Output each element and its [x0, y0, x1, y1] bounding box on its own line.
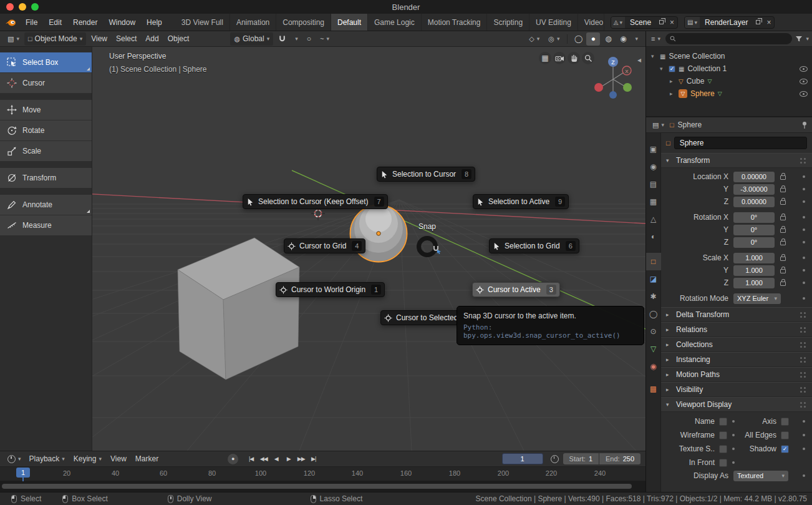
eye-icon[interactable]: [800, 91, 808, 97]
expand-icon[interactable]: ▾: [660, 66, 665, 72]
shadow-checkbox[interactable]: ✓: [781, 445, 789, 453]
in-front-checkbox[interactable]: [719, 459, 727, 467]
shading-material-button[interactable]: ◍: [601, 32, 615, 46]
animate-dot[interactable]: [803, 257, 805, 259]
tool-scale[interactable]: Scale: [0, 141, 92, 162]
gizmo-x-axis[interactable]: [594, 83, 603, 92]
timeline-editor-type-selector[interactable]: ▾: [4, 453, 25, 466]
panel-grip[interactable]: [800, 327, 802, 329]
tool-annotate[interactable]: Annotate: [0, 195, 92, 215]
tab-output[interactable]: ▤: [646, 175, 661, 193]
panel-visibility[interactable]: ▸ Visibility: [661, 382, 812, 397]
outliner-row-collection-1[interactable]: ▾ ✓ ▦ Collection 1: [646, 62, 812, 75]
menu-render[interactable]: Render: [67, 14, 103, 31]
panel-grip[interactable]: [800, 402, 802, 404]
proportional-falloff-dropdown[interactable]: ~ ▾: [316, 32, 333, 46]
menu-object[interactable]: Object: [164, 32, 193, 46]
lock-icon[interactable]: [780, 282, 786, 286]
gizmo-z-neg-axis[interactable]: [609, 91, 617, 99]
shading-wireframe-button[interactable]: ◯: [571, 32, 585, 46]
render-layer-copy-button[interactable]: [753, 17, 763, 28]
outliner-row-scene-collection[interactable]: ▾ ▦ Scene Collection: [646, 50, 812, 62]
animate-dot[interactable]: [803, 216, 805, 218]
3d-viewport[interactable]: User Perspective (1) Scene Collection | …: [0, 47, 645, 451]
blender-logo-icon[interactable]: [5, 18, 16, 27]
workspace-tab-scripting[interactable]: Scripting: [487, 14, 529, 31]
tab-render[interactable]: ◉: [646, 158, 661, 175]
panel-grip[interactable]: [800, 158, 802, 160]
animate-dot[interactable]: [732, 434, 735, 436]
gizmo-toggle-button[interactable]: ◇ ▾: [525, 32, 543, 46]
panel-grip[interactable]: [800, 372, 802, 374]
menu-timeline-view[interactable]: View: [106, 454, 131, 463]
jump-to-end-button[interactable]: ▶|: [308, 454, 319, 464]
workspace-tab-animation[interactable]: Animation: [230, 14, 276, 31]
animate-dot[interactable]: [803, 474, 805, 477]
scene-unlink-button[interactable]: ×: [667, 17, 677, 28]
value-field[interactable]: 1.000: [733, 265, 775, 276]
outliner-search-input[interactable]: [665, 33, 793, 44]
wireframe-checkbox[interactable]: [719, 431, 727, 439]
value-field[interactable]: 1.000: [733, 278, 775, 288]
animate-dot[interactable]: [803, 175, 805, 178]
lock-icon[interactable]: [780, 257, 786, 261]
play-button[interactable]: ▶: [283, 454, 294, 464]
tab-modifiers[interactable]: ◪: [646, 270, 661, 288]
animate-dot[interactable]: [732, 420, 735, 423]
workspace-tab-default[interactable]: Default: [331, 14, 368, 31]
playhead-badge[interactable]: 1: [16, 468, 30, 478]
menu-select[interactable]: Select: [112, 32, 140, 46]
pan-view-button[interactable]: [568, 52, 580, 64]
render-layer-name[interactable]: RenderLayer: [700, 18, 753, 27]
texture-space-checkbox[interactable]: [719, 445, 727, 453]
pie-item-selection-to-active[interactable]: Selection to Active 9: [473, 194, 569, 209]
rotation-mode-dropdown[interactable]: XYZ Euler ▾: [733, 293, 781, 304]
value-field[interactable]: 0°: [733, 237, 775, 248]
lock-icon[interactable]: [780, 188, 786, 192]
tab-particles[interactable]: ✱: [646, 288, 661, 305]
eye-icon[interactable]: [800, 66, 808, 72]
scene-copy-button[interactable]: [656, 17, 667, 28]
snap-toggle-button[interactable]: [274, 32, 290, 46]
frame-start-field[interactable]: Start: 1: [563, 453, 599, 464]
panel-instancing[interactable]: ▸ Instancing: [661, 352, 812, 367]
value-field[interactable]: 0.00000: [733, 172, 775, 182]
tab-active-tool[interactable]: ▣: [646, 140, 661, 158]
tab-texture[interactable]: ▩: [646, 380, 661, 398]
workspace-tab-motion-tracking[interactable]: Motion Tracking: [422, 14, 488, 31]
panel-grip[interactable]: [800, 387, 802, 389]
workspace-tab-compositing[interactable]: Compositing: [276, 14, 331, 31]
eye-icon[interactable]: [800, 79, 808, 84]
panel-collections[interactable]: ▸ Collections: [661, 337, 812, 352]
outliner-row-sphere[interactable]: ▸ ▽ Sphere ▽: [646, 87, 812, 100]
tool-select-box[interactable]: Select Box: [0, 52, 92, 73]
shading-solid-button[interactable]: ●: [586, 32, 600, 46]
proportional-editing-button[interactable]: ○: [303, 32, 315, 46]
lock-icon[interactable]: [780, 216, 786, 220]
snap-settings-dropdown[interactable]: ▾: [291, 32, 302, 46]
scene-browse-button[interactable]: ◬ ▾: [611, 17, 625, 28]
use-preview-range-button[interactable]: [551, 455, 559, 463]
tab-object-data[interactable]: ▽: [646, 340, 661, 358]
menu-keying[interactable]: Keying▾: [69, 454, 106, 463]
tab-object[interactable]: □: [646, 253, 661, 270]
lock-icon[interactable]: [780, 269, 786, 273]
value-field[interactable]: 0°: [733, 212, 775, 223]
panel-delta-transform[interactable]: ▸ Delta Transform: [661, 307, 812, 322]
menu-marker[interactable]: Marker: [131, 454, 163, 463]
menu-view[interactable]: View: [87, 32, 111, 46]
animate-dot[interactable]: [803, 228, 805, 231]
render-layer-unlink-button[interactable]: ×: [763, 17, 774, 28]
menu-playback[interactable]: Playback▾: [25, 454, 69, 463]
panel-transform[interactable]: ▾ Transform: [661, 153, 812, 168]
lock-icon[interactable]: [780, 200, 786, 205]
pie-item-cursor-to-grid[interactable]: Cursor to Grid 4: [284, 238, 365, 253]
value-field[interactable]: 0.00000: [733, 197, 775, 207]
animate-dot[interactable]: [732, 448, 735, 450]
auto-keying-record-button[interactable]: ●: [228, 454, 238, 464]
panel-grip[interactable]: [800, 342, 802, 344]
panel-grip[interactable]: [800, 357, 802, 359]
timeline-scrollbar-thumb[interactable]: [2, 484, 632, 489]
animate-dot[interactable]: [732, 461, 735, 464]
shading-rendered-button[interactable]: ◉: [616, 32, 630, 46]
